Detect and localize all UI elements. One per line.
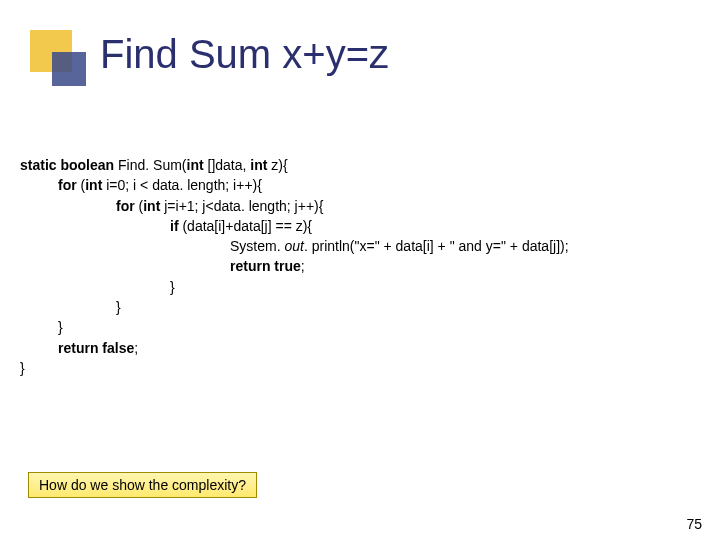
code-line-8: } (20, 297, 710, 317)
title-decoration (30, 30, 86, 86)
code-text: j=i+1; j<data. length; j++){ (164, 198, 323, 214)
kw-int: int (250, 157, 271, 173)
code-text: ; (301, 258, 305, 274)
code-line-11: } (20, 358, 710, 378)
code-text: (data[i]+data[j] == z){ (182, 218, 312, 234)
code-line-2: for (int i=0; i < data. length; i++){ (20, 175, 710, 195)
question-callout: How do we show the complexity? (28, 472, 257, 498)
kw-return-true: return true (230, 258, 301, 274)
code-line-7: } (20, 277, 710, 297)
code-text: []data, (208, 157, 251, 173)
kw-for: for (116, 198, 139, 214)
code-text: i=0; i < data. length; i++){ (106, 177, 262, 193)
code-text: ; (134, 340, 138, 356)
code-line-3: for (int j=i+1; j<data. length; j++){ (20, 196, 710, 216)
code-line-1: static boolean Find. Sum(int []data, int… (20, 155, 710, 175)
kw-static-boolean: static boolean (20, 157, 118, 173)
code-block: static boolean Find. Sum(int []data, int… (20, 155, 710, 378)
code-line-4: if (data[i]+data[j] == z){ (20, 216, 710, 236)
kw-int: int (187, 157, 208, 173)
code-text: z){ (271, 157, 287, 173)
code-text: Find. Sum( (118, 157, 186, 173)
italic-out: out (284, 238, 303, 254)
kw-if: if (170, 218, 182, 234)
slide-title: Find Sum x+y=z (100, 32, 389, 77)
code-line-10: return false; (20, 338, 710, 358)
code-line-5: System. out. println("x=" + data[i] + " … (20, 236, 710, 256)
kw-int: int (143, 198, 164, 214)
page-number: 75 (686, 516, 702, 532)
kw-int: int (85, 177, 106, 193)
code-line-9: } (20, 317, 710, 337)
title-blue-square (52, 52, 86, 86)
kw-for: for (58, 177, 81, 193)
code-text: . println("x=" + data[i] + " and y=" + d… (304, 238, 569, 254)
kw-return-false: return false (58, 340, 134, 356)
code-line-6: return true; (20, 256, 710, 276)
code-text: System. (230, 238, 284, 254)
